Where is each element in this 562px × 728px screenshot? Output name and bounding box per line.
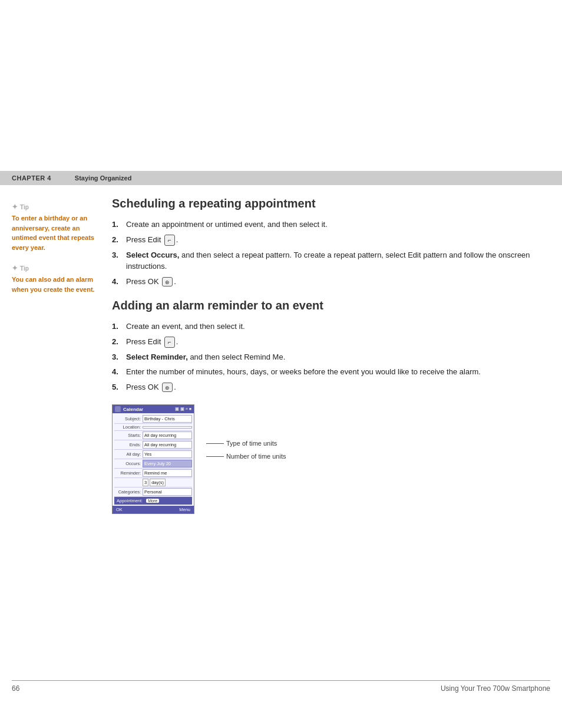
step-1-3: 3. Select Occurs, and then select a repe… — [112, 249, 550, 272]
device-title-text: Calendar — [123, 407, 143, 412]
device-row-starts: Starts: All day recurring — [114, 431, 192, 440]
step-2-4-text: Enter the number of minutes, hours, days… — [126, 366, 550, 378]
tip-label-1: Tip — [20, 204, 29, 210]
ok-icon-2: ⊛ — [162, 383, 173, 392]
callout-labels: Type of time units Number of time units — [206, 404, 286, 460]
step-2-2-text: Press Edit ⌐. — [126, 336, 550, 348]
tip-text-1: To enter a birthday or an anniversary, c… — [12, 213, 100, 252]
device-row-ends: Ends: All day recurring — [114, 440, 192, 450]
device-row-location: Location: — [114, 424, 192, 431]
device-body: Subject: Birthday - Chris Location: Star… — [113, 413, 194, 506]
device-row-allday: All day: Yes — [114, 450, 192, 459]
device-row-categories: Categories: Personal — [114, 487, 192, 497]
device-screen: Calendar ▣ ▣ ≡ ■ Subject: Birthday - Chr… — [112, 404, 194, 514]
callout-2: Number of time units — [206, 453, 286, 460]
device-app-icon — [115, 406, 121, 412]
device-footer-ok: OK — [116, 507, 123, 512]
step-1-3-text: Select Occurs, and then select a repeat … — [126, 249, 550, 272]
tip-text-2: You can also add an alarm when you creat… — [12, 275, 100, 294]
section1-steps: 1. Create an appointment or untimed even… — [112, 219, 550, 287]
chapter-label: CHAPTER 4 — [12, 174, 51, 182]
step-1-4: 4. Press OK ⊛. — [112, 276, 550, 288]
step-1-1-text: Create an appointment or untimed event, … — [126, 219, 550, 230]
book-title: Using Your Treo 700w Smartphone — [441, 684, 550, 693]
tip-block-1: ✦ Tip To enter a birthday or an annivers… — [12, 203, 100, 252]
callout-text-2: Number of time units — [226, 453, 286, 460]
main-content: Scheduling a repeating appointment 1. Cr… — [106, 197, 550, 514]
callout-1: Type of time units — [206, 440, 286, 447]
step-1-2: 2. Press Edit ⌐. — [112, 234, 550, 246]
step-2-1-text: Create an event, and then select it. — [126, 321, 550, 332]
step-2-3: 3. Select Reminder, and then select Remi… — [112, 351, 550, 363]
sidebar: ✦ Tip To enter a birthday or an annivers… — [12, 197, 106, 514]
page-number: 66 — [12, 684, 19, 693]
device-footer: OK Menu — [113, 506, 194, 513]
tip-block-2: ✦ Tip You can also add an alarm when you… — [12, 264, 100, 294]
step-2-5: 5. Press OK ⊛. — [112, 381, 550, 393]
step-2-1: 1. Create an event, and then select it. — [112, 321, 550, 332]
callout-text-1: Type of time units — [226, 440, 277, 447]
section2-steps: 1. Create an event, and then select it. … — [112, 321, 550, 393]
callout-line-2 — [206, 456, 224, 457]
tip-label-2: Tip — [20, 265, 29, 272]
device-footer-menu: Menu — [179, 507, 190, 512]
callout-line-1 — [206, 443, 224, 444]
tip-heading-2: ✦ Tip — [12, 264, 100, 272]
edit-button-icon-2: ⌐ — [164, 337, 175, 348]
section2-heading: Adding an alarm reminder to an event — [112, 299, 550, 312]
step-2-5-text: Press OK ⊛. — [126, 381, 550, 393]
device-row-days: 3 day(s) — [114, 478, 192, 487]
device-row-appointment: Appointment: More — [114, 497, 192, 505]
step-1-4-text: Press OK ⊛. — [126, 276, 550, 288]
step-2-3-text: Select Reminder, and then select Remind … — [126, 351, 550, 363]
step-2-4: 4. Enter the number of minutes, hours, d… — [112, 366, 550, 378]
device-row-subject: Subject: Birthday - Chris — [114, 414, 192, 424]
tip-star-1: ✦ — [12, 203, 18, 211]
content-area: ✦ Tip To enter a birthday or an annivers… — [0, 185, 562, 526]
tip-star-2: ✦ — [12, 264, 18, 272]
step-2-2: 2. Press Edit ⌐. — [112, 336, 550, 348]
device-row-occurs: Occurs: Every July 20 — [114, 459, 192, 469]
tip-heading-1: ✦ Tip — [12, 203, 100, 211]
device-row-reminder: Reminder: Remind me — [114, 469, 192, 478]
chapter-header: CHAPTER 4 Staying Organized — [0, 171, 562, 185]
section1-heading: Scheduling a repeating appointment — [112, 197, 550, 210]
device-status-icons: ▣ ▣ ≡ ■ — [175, 407, 191, 411]
chapter-title: Staying Organized — [75, 174, 132, 182]
page-footer: 66 Using Your Treo 700w Smartphone — [12, 680, 550, 693]
step-1-1: 1. Create an appointment or untimed even… — [112, 219, 550, 230]
step-1-2-text: Press Edit ⌐. — [126, 234, 550, 246]
device-titlebar: Calendar ▣ ▣ ≡ ■ — [113, 405, 194, 413]
edit-button-icon-1: ⌐ — [164, 235, 175, 246]
screenshot-area: Calendar ▣ ▣ ≡ ■ Subject: Birthday - Chr… — [112, 404, 550, 514]
ok-icon-1: ⊛ — [162, 277, 173, 286]
